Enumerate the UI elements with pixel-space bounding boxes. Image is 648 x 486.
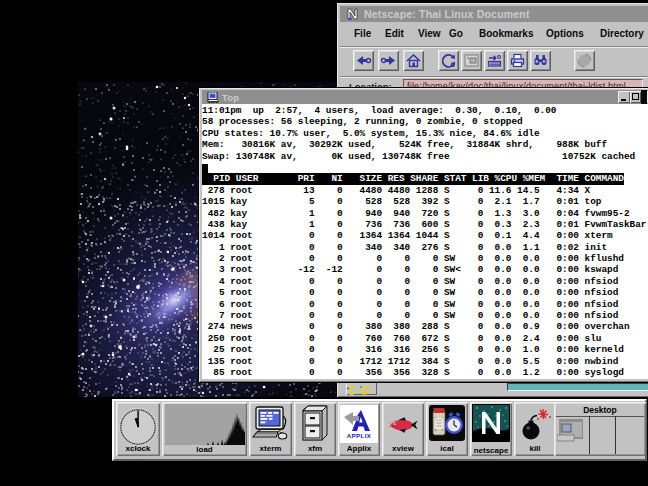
svg-text:APPLIX: APPLIX — [347, 432, 372, 439]
